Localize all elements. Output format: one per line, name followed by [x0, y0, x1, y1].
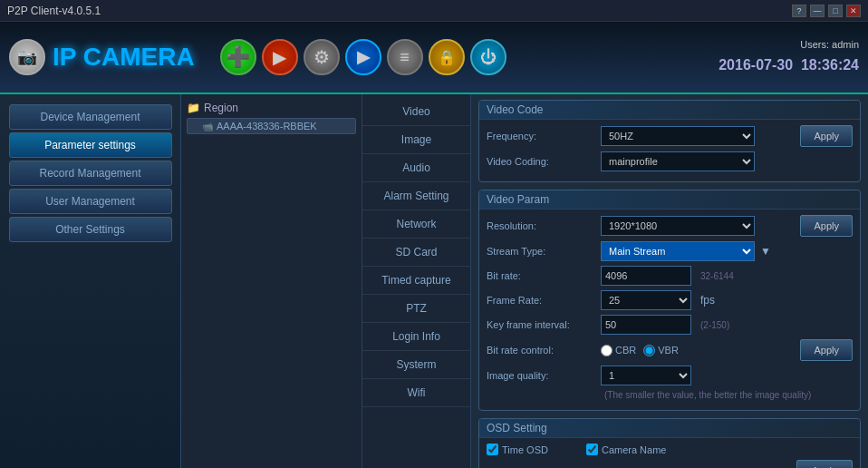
vbr-radio[interactable] — [643, 345, 655, 356]
video-code-title: Video Code — [479, 101, 860, 120]
vbr-radio-label[interactable]: VBR — [643, 345, 679, 356]
keyframe-label: Key frame interval: — [487, 319, 595, 330]
minimize-button[interactable]: — — [810, 5, 825, 17]
device-cam-icon: 📹 — [202, 122, 213, 132]
resolution-label: Resolution: — [487, 220, 595, 231]
bitrate-control-label: Bit rate control: — [487, 345, 595, 356]
datetime-display: Users: admin 2016-07-30 18:36:24 — [719, 37, 859, 76]
cbr-radio[interactable] — [601, 345, 612, 356]
stream-type-select[interactable]: Main Stream Sub Stream — [601, 241, 755, 261]
camera-name-checkbox[interactable] — [586, 444, 598, 455]
quality-select[interactable]: 123456 — [601, 366, 691, 385]
video-code-group: Video Code Frequency: 50HZ 60HZ Apply Vi… — [478, 100, 861, 182]
tab-image[interactable]: Image — [362, 126, 470, 154]
video-param-apply-button[interactable]: Apply — [800, 215, 853, 237]
config-icon[interactable]: ⚙ — [304, 39, 340, 75]
resolution-select[interactable]: 1920*1080 1280*720 640*480 — [601, 216, 755, 236]
keyframe-row: Key frame interval: (2-150) — [487, 315, 853, 335]
osd-apply-button[interactable]: Apply — [796, 460, 853, 468]
cbr-radio-label[interactable]: CBR — [601, 345, 636, 356]
live-stream-icon[interactable]: ▶ — [345, 39, 381, 75]
quality-hint-row: (The smaller the value, the better the i… — [487, 390, 853, 400]
time-osd-checkbox[interactable] — [487, 444, 498, 455]
fps-unit: fps — [700, 294, 715, 307]
sidebar-item-user[interactable]: User Management — [9, 189, 172, 214]
sidebar-item-device[interactable]: Device Management — [9, 104, 172, 130]
playback-icon[interactable]: ▶ — [262, 39, 298, 75]
tab-panel: Video Image Audio Alarm Setting Network … — [362, 94, 471, 468]
sidebar-item-other[interactable]: Other Settings — [9, 217, 172, 242]
close-button[interactable]: ✕ — [846, 5, 861, 17]
keyframe-range-hint: (2-150) — [700, 320, 729, 330]
coding-row: Video Coding: mainprofile baseline highp… — [487, 151, 853, 171]
header-icons: ➕ ▶ ⚙ ▶ ≡ 🔒 ⏻ — [220, 39, 506, 75]
bitrate-control-row: Bit rate control: CBR VBR Apply — [487, 339, 853, 361]
tree-region[interactable]: 📁 Region — [187, 100, 356, 116]
video-param-apply2-button[interactable]: Apply — [800, 339, 853, 361]
region-folder-icon: 📁 — [187, 102, 200, 114]
video-param-title: Video Param — [479, 190, 860, 210]
vbr-label: VBR — [658, 345, 679, 356]
quality-row: Image quality: 123456 — [487, 366, 853, 385]
tab-video[interactable]: Video — [362, 98, 470, 126]
tab-timed-capture[interactable]: Timed capture — [362, 267, 470, 295]
osd-title: OSD Setting — [479, 419, 860, 438]
stream-type-row: Stream Type: Main Stream Sub Stream ▼ — [487, 241, 853, 261]
tab-wifi[interactable]: Wifi — [362, 379, 470, 407]
settings-panel: Video Code Frequency: 50HZ 60HZ Apply Vi… — [471, 94, 868, 468]
users-label: Users: admin — [719, 37, 859, 54]
tab-ptz[interactable]: PTZ — [362, 295, 470, 323]
bitrate-row: Bit rate: 32-6144 — [487, 266, 853, 286]
help-button[interactable]: ? — [792, 5, 806, 17]
osd-check-row: Time OSD Camera Name — [487, 444, 853, 455]
video-param-body: Resolution: 1920*1080 1280*720 640*480 A… — [479, 210, 860, 410]
quality-hint: (The smaller the value, the better the i… — [604, 390, 811, 400]
osd-body: Time OSD Camera Name OSD Name Apply Obta… — [479, 438, 860, 468]
sidebar: Device Management Parameter settings Rec… — [0, 94, 181, 468]
app-title: P2P Client-v4.0.5.1 — [7, 5, 101, 17]
framerate-select[interactable]: 25 1510152030 — [601, 290, 691, 310]
osd-setting-group: OSD Setting Time OSD Camera Name OSD Nam… — [478, 418, 861, 468]
tab-audio[interactable]: Audio — [362, 154, 470, 182]
time-osd-label[interactable]: Time OSD — [487, 444, 548, 455]
lock-icon[interactable]: 🔒 — [429, 39, 465, 75]
camera-name-label[interactable]: Camera Name — [586, 444, 667, 455]
video-code-body: Frequency: 50HZ 60HZ Apply Video Coding:… — [479, 120, 860, 181]
region-label: Region — [204, 102, 238, 114]
osd-name-row: OSD Name Apply Obtain — [487, 460, 853, 468]
frequency-row: Frequency: 50HZ 60HZ Apply — [487, 125, 853, 147]
coding-select[interactable]: mainprofile baseline highprofile — [601, 151, 755, 171]
add-device-icon[interactable]: ➕ — [220, 39, 256, 75]
video-code-apply-button[interactable]: Apply — [800, 125, 853, 147]
camera-decoration-icon: 📷 — [9, 39, 45, 75]
tab-system[interactable]: Systerm — [362, 351, 470, 379]
tab-sdcard[interactable]: SD Card — [362, 239, 470, 267]
clock-display: 2016-07-30 18:36:24 — [719, 54, 859, 77]
sidebar-item-record[interactable]: Record Management — [9, 161, 172, 186]
tab-network[interactable]: Network — [362, 210, 470, 239]
bitrate-input[interactable] — [601, 266, 691, 286]
tab-login-info[interactable]: Login Info — [362, 323, 470, 351]
keyframe-input[interactable] — [601, 315, 691, 335]
power-icon[interactable]: ⏻ — [470, 39, 506, 75]
stream-type-label: Stream Type: — [487, 246, 595, 257]
list-view-icon[interactable]: ≡ — [387, 39, 423, 75]
window-controls: ? — □ ✕ — [792, 5, 861, 17]
maximize-button[interactable]: □ — [828, 5, 843, 17]
coding-label: Video Coding: — [487, 156, 595, 167]
device-id-label: AAAA-438336-RBBEK — [217, 121, 317, 132]
video-param-group: Video Param Resolution: 1920*1080 1280*7… — [478, 190, 861, 411]
app-logo: IP CAMERA — [53, 43, 195, 72]
header: 📷 IP CAMERA ➕ ▶ ⚙ ▶ ≡ 🔒 ⏻ Users: admin 2… — [0, 22, 868, 94]
framerate-label: Frame Rate: — [487, 295, 595, 306]
sidebar-item-parameter[interactable]: Parameter settings — [9, 132, 172, 158]
quality-label: Image quality: — [487, 370, 595, 381]
tab-alarm[interactable]: Alarm Setting — [362, 182, 470, 210]
tree-device-item[interactable]: 📹 AAAA-438336-RBBEK — [187, 118, 356, 134]
titlebar: P2P Client-v4.0.5.1 ? — □ ✕ — [0, 0, 868, 22]
cbr-label: CBR — [615, 345, 636, 356]
frequency-label: Frequency: — [487, 131, 595, 141]
frequency-select[interactable]: 50HZ 60HZ — [601, 126, 755, 146]
main-layout: Device Management Parameter settings Rec… — [0, 94, 868, 468]
bitrate-range-hint: 32-6144 — [700, 271, 734, 281]
